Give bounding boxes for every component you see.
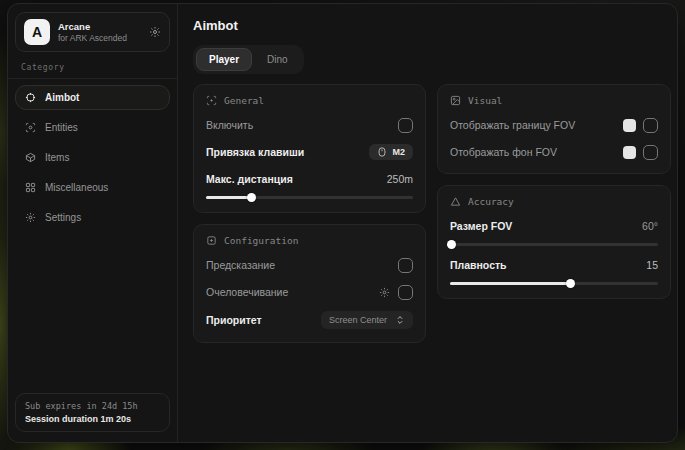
- humanize-label: Очеловечивание: [206, 286, 288, 298]
- prediction-label: Предсказание: [206, 259, 275, 271]
- enable-label: Включить: [206, 119, 253, 131]
- fov-size-slider-thumb[interactable]: [447, 240, 456, 249]
- sliders-icon: [206, 235, 217, 246]
- enable-row: Включить: [206, 117, 413, 133]
- sidebar-item-settings[interactable]: Settings: [15, 205, 170, 230]
- priority-row: Приоритет Screen Center: [206, 311, 413, 329]
- triangle-icon: [450, 196, 461, 207]
- category-label: Category: [21, 63, 164, 72]
- enable-checkbox[interactable]: [398, 118, 413, 133]
- prediction-checkbox[interactable]: [398, 258, 413, 273]
- crosshair-icon: [25, 92, 36, 103]
- grid-icon: [25, 182, 36, 193]
- humanize-row: Очеловечивание: [206, 284, 413, 300]
- keybind-button[interactable]: M2: [369, 144, 413, 160]
- app-logo: A: [24, 19, 50, 45]
- mouse-icon: [377, 147, 387, 157]
- panel-grid: General Включить Привязка клавиши: [193, 84, 671, 343]
- scan-target-icon: [25, 122, 36, 133]
- sidebar-item-label: Items: [45, 152, 69, 163]
- keybind-label: Привязка клавиши: [206, 146, 304, 158]
- fov-size-label: Размер FOV: [450, 220, 512, 232]
- panel-title: General: [224, 95, 264, 106]
- panel-visual-header: Visual: [450, 95, 658, 106]
- panel-title: Visual: [468, 95, 502, 106]
- panel-general-header: General: [206, 95, 413, 106]
- priority-dropdown[interactable]: Screen Center: [321, 311, 413, 329]
- distance-slider-thumb[interactable]: [247, 193, 256, 202]
- panel-accuracy: Accuracy Размер FOV 60°: [437, 185, 671, 299]
- fov-border-color-swatch[interactable]: [623, 119, 636, 132]
- panel-configuration-header: Configuration: [206, 235, 413, 246]
- smoothness-row: Плавность 15: [450, 257, 658, 273]
- app-subtitle: for ARK Ascended: [58, 33, 141, 44]
- session-duration-text: Session duration 1m 20s: [25, 414, 160, 424]
- tab-player[interactable]: Player: [196, 48, 252, 71]
- panel-title: Accuracy: [468, 196, 514, 207]
- panel-title: Configuration: [224, 235, 298, 246]
- sidebar-item-items[interactable]: Items: [15, 145, 170, 170]
- fov-bg-label: Отображать фон FOV: [450, 146, 557, 158]
- fov-size-slider-fill: [450, 243, 452, 246]
- priority-value: Screen Center: [329, 315, 387, 325]
- page-title: Aimbot: [193, 18, 671, 33]
- humanize-settings-icon[interactable]: [379, 287, 390, 298]
- smoothness-value: 15: [646, 259, 658, 271]
- sidebar-item-label: Entities: [45, 122, 78, 133]
- fov-size-slider[interactable]: [450, 243, 658, 246]
- distance-value: 250m: [387, 173, 413, 185]
- panel-general: General Включить Привязка клавиши: [193, 84, 426, 213]
- sidebar-item-label: Settings: [45, 212, 81, 223]
- sidebar: A Arcane for ARK Ascended Category Aimbo…: [8, 4, 178, 442]
- distance-label: Макс. дистанция: [206, 173, 293, 185]
- tab-dino[interactable]: Dino: [254, 48, 301, 71]
- sidebar-item-label: Aimbot: [45, 92, 79, 103]
- brand-card: A Arcane for ARK Ascended: [15, 12, 170, 52]
- fov-size-row: Размер FOV 60°: [450, 218, 658, 234]
- package-icon: [25, 152, 36, 163]
- fov-border-checkbox[interactable]: [643, 118, 658, 133]
- desktop-background: A Arcane for ARK Ascended Category Aimbo…: [0, 0, 685, 450]
- fov-bg-color-swatch[interactable]: [623, 146, 636, 159]
- chevrons-up-down-icon: [395, 315, 405, 325]
- keybind-value: M2: [392, 147, 405, 157]
- focus-icon: [206, 95, 217, 106]
- distance-slider[interactable]: [206, 196, 413, 199]
- app-logo-letter: A: [32, 24, 42, 40]
- distance-row: Макс. дистанция 250m: [206, 171, 413, 187]
- smoothness-slider-thumb[interactable]: [566, 279, 575, 288]
- gear-icon: [25, 212, 36, 223]
- sidebar-item-entities[interactable]: Entities: [15, 115, 170, 140]
- image-icon: [450, 95, 461, 106]
- fov-bg-checkbox[interactable]: [643, 145, 658, 160]
- panel-accuracy-header: Accuracy: [450, 196, 658, 207]
- panel-configuration: Configuration Предсказание Очеловечивани…: [193, 224, 426, 343]
- fov-bg-row: Отображать фон FOV: [450, 144, 658, 160]
- sidebar-divider: [8, 78, 177, 79]
- theme-gear-icon[interactable]: [149, 26, 161, 38]
- tab-bar: Player Dino: [193, 45, 304, 74]
- keybind-row: Привязка клавиши M2: [206, 144, 413, 160]
- right-column: Visual Отображать границу FOV Отображать…: [437, 84, 671, 299]
- app-name: Arcane: [58, 21, 141, 33]
- main-content: Aimbot Player Dino General: [178, 4, 678, 442]
- fov-border-row: Отображать границу FOV: [450, 117, 658, 133]
- distance-slider-fill: [206, 196, 252, 199]
- app-window: A Arcane for ARK Ascended Category Aimbo…: [7, 3, 678, 443]
- brand-text: Arcane for ARK Ascended: [58, 21, 141, 44]
- fov-size-value: 60°: [642, 220, 658, 232]
- smoothness-slider[interactable]: [450, 282, 658, 285]
- sidebar-item-miscellaneous[interactable]: Miscellaneous: [15, 175, 170, 200]
- priority-label: Приоритет: [206, 314, 262, 326]
- fov-border-label: Отображать границу FOV: [450, 119, 575, 131]
- panel-visual: Visual Отображать границу FOV Отображать…: [437, 84, 671, 174]
- session-card: Sub expires in 24d 15h Session duration …: [15, 393, 170, 432]
- smoothness-label: Плавность: [450, 259, 507, 271]
- left-column: General Включить Привязка клавиши: [193, 84, 426, 343]
- sub-expires-text: Sub expires in 24d 15h: [25, 401, 160, 411]
- sidebar-item-label: Miscellaneous: [45, 182, 108, 193]
- sidebar-item-aimbot[interactable]: Aimbot: [15, 85, 170, 110]
- smoothness-slider-fill: [450, 282, 571, 285]
- humanize-checkbox[interactable]: [398, 285, 413, 300]
- sidebar-nav: Aimbot Entities Items: [15, 85, 170, 230]
